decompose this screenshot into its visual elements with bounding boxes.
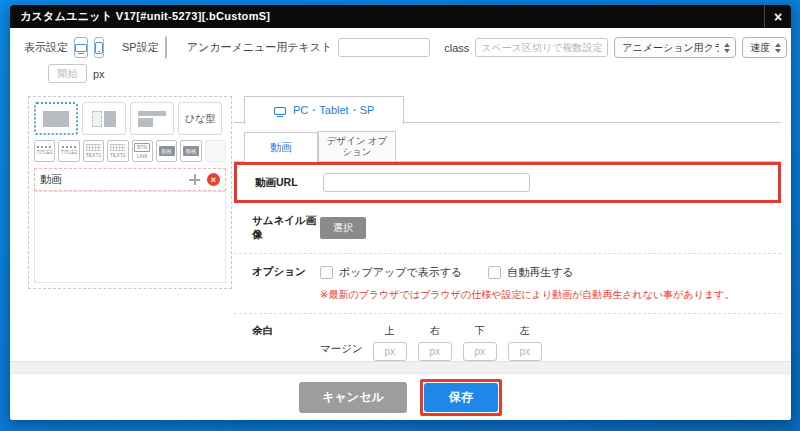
unit-item-label: 動画 (40, 172, 189, 187)
class-input[interactable] (475, 38, 608, 57)
field-buttons: TITLE1 TITLE2 TEXT1 TEXT2 BTNLINK 動画 動画 (34, 140, 226, 162)
save-button[interactable]: 保存 (424, 383, 498, 412)
tab-design-options[interactable]: デザイン オプション (318, 131, 396, 161)
template-button[interactable]: ひな型 (178, 102, 222, 135)
dialog-body: ひな型 TITLE1 TITLE2 TEXT1 TEXT2 BTNLINK 動画… (10, 87, 791, 349)
field-text1-button[interactable]: TEXT1 (83, 140, 104, 162)
text-icon (110, 144, 125, 151)
unit-settings-toolbar: 表示設定 SP設定 しない する アンカーメニュー用テキスト class アニメ… (10, 28, 791, 87)
smartphone-icon (95, 42, 103, 54)
save-highlight-box: 保存 (420, 379, 502, 416)
button-link-icon: BTN (134, 143, 150, 152)
margin-top-header: 上 (385, 324, 395, 338)
cancel-button[interactable]: キャンセル (299, 382, 406, 413)
dialog-footer: キャンセル 保存 (10, 361, 791, 420)
unit-item-body (34, 191, 226, 283)
layout-single-button[interactable] (34, 102, 78, 135)
popup-checkbox-group[interactable]: ポップアップで表示する (320, 265, 462, 280)
video-url-row: 動画URL (237, 165, 778, 200)
custom-unit-dialog: カスタムユニット V17[#unit-5273][.bCustomS] × 表示… (10, 5, 791, 420)
margin-right-header: 右 (430, 324, 440, 338)
layout-buttons: ひな型 (34, 102, 226, 135)
field-title2-button[interactable]: TITLE2 (58, 140, 79, 162)
unit-list-item-video[interactable]: 動画 × (34, 168, 226, 191)
px-label: px (93, 68, 105, 80)
margin-label: マージン (320, 342, 363, 356)
select-arrows-icon (724, 42, 731, 54)
sp-off-button[interactable]: しない (166, 37, 167, 58)
autoplay-note: ※最新のブラウザではブラウザの仕様や設定により動画が自動再生されない事があります… (320, 288, 734, 302)
video-url-input[interactable] (323, 173, 530, 192)
thumbnail-row: サムネイル画像 選択 (234, 203, 781, 253)
field-btn-link-button[interactable]: BTNLINK (132, 140, 153, 162)
title-icon (37, 146, 52, 148)
speed-value: 速度 (750, 41, 770, 55)
field-video2-button[interactable]: 動画 (180, 140, 201, 162)
options-row: オプション ポップアップで表示する 自動再生する ※最新のブラウザではブラウザの… (234, 254, 781, 313)
margin-top-input[interactable] (373, 342, 407, 361)
anchor-menu-input[interactable] (338, 38, 430, 57)
display-pc-button[interactable] (74, 37, 88, 58)
margin-bottom-header: 下 (475, 324, 485, 338)
unit-edit-panel: PC・Tablet・SP 動画 デザイン オプション 動画URL サムネイル画像… (234, 96, 781, 374)
dialog-title: カスタムユニット V17[#unit-5273][.bCustomS] (10, 5, 764, 28)
video-url-highlight-box: 動画URL (234, 162, 781, 203)
layout-single-icon (43, 111, 69, 127)
layout-stacked-icon (138, 111, 166, 127)
footer-strip (10, 361, 791, 374)
title-icon (62, 146, 77, 148)
margin-left-input[interactable] (508, 342, 542, 361)
dialog-titlebar: カスタムユニット V17[#unit-5273][.bCustomS] × (10, 5, 791, 28)
anchor-menu-label: アンカーメニュー用テキスト (187, 40, 333, 55)
content-tabbar: 動画 デザイン オプション (234, 132, 781, 162)
speed-select[interactable]: 速度 (742, 37, 787, 58)
field-drop-slot (205, 140, 226, 162)
tab-pc-tablet-sp[interactable]: PC・Tablet・SP (244, 96, 404, 124)
tab-video[interactable]: 動画 (244, 132, 318, 162)
text-icon (86, 144, 101, 151)
class-label: class (444, 42, 469, 54)
autoplay-checkbox-label: 自動再生する (507, 265, 574, 280)
layout-stacked-button[interactable] (130, 102, 174, 135)
margin-left-header: 左 (520, 324, 530, 338)
display-settings-label: 表示設定 (24, 40, 68, 55)
display-sp-button[interactable] (94, 37, 104, 58)
field-title1-button[interactable]: TITLE1 (34, 140, 55, 162)
thumbnail-label: サムネイル画像 (252, 214, 320, 242)
move-icon[interactable] (189, 174, 200, 185)
sp-toggle: しない する (165, 36, 167, 59)
margin-bottom-input[interactable] (463, 342, 497, 361)
thumbnail-select-button[interactable]: 選択 (320, 217, 366, 239)
video-icon: 動画 (183, 146, 199, 157)
margin-right-input[interactable] (418, 342, 452, 361)
monitor-icon (274, 107, 286, 115)
popup-checkbox[interactable] (320, 266, 333, 279)
start-input[interactable] (48, 64, 87, 83)
video-icon: 動画 (159, 146, 175, 157)
select-arrows-icon (775, 42, 782, 54)
popup-checkbox-label: ポップアップで表示する (339, 265, 462, 280)
layout-two-column-button[interactable] (82, 102, 126, 135)
animation-class-value: アニメーション用クラス (622, 41, 719, 55)
animation-class-select[interactable]: アニメーション用クラス (614, 37, 736, 58)
autoplay-checkbox[interactable] (488, 266, 501, 279)
layout-two-column-icon (92, 111, 116, 127)
video-url-label: 動画URL (255, 176, 323, 190)
unit-structure-panel: ひな型 TITLE1 TITLE2 TEXT1 TEXT2 BTNLINK 動画… (28, 96, 232, 289)
options-label: オプション (252, 265, 320, 279)
delete-icon[interactable]: × (207, 173, 220, 186)
monitor-icon (75, 44, 87, 52)
field-video1-button[interactable]: 動画 (156, 140, 177, 162)
device-tabbar: PC・Tablet・SP (234, 96, 781, 123)
close-icon[interactable]: × (764, 5, 791, 28)
autoplay-checkbox-group[interactable]: 自動再生する (488, 265, 574, 280)
sp-settings-label: SP設定 (122, 40, 159, 55)
margin-section-label: 余白 (252, 324, 320, 338)
field-text2-button[interactable]: TEXT2 (107, 140, 128, 162)
